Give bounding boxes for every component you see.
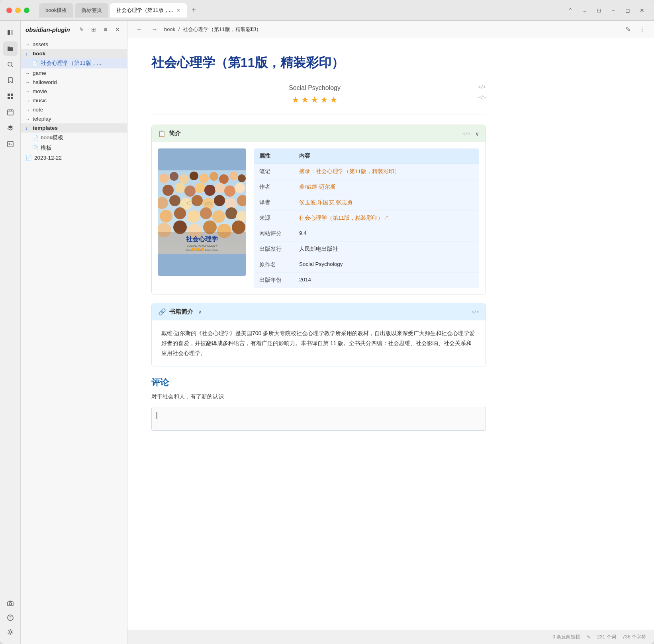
minimize-window-icon[interactable]: － — [608, 5, 619, 16]
book-intro-chevron-icon[interactable]: ∨ — [198, 309, 202, 315]
sort-icon[interactable]: ≡ — [101, 25, 110, 34]
svg-line-3 — [12, 66, 13, 67]
tree-item-teleplay[interactable]: → teleplay — [21, 114, 127, 123]
breadcrumb: book / 社会心理学（第11版，精装彩印） — [164, 26, 618, 33]
grid-icon[interactable] — [3, 89, 18, 103]
tab-close-icon[interactable]: ✕ — [176, 8, 180, 13]
back-button[interactable]: ← — [134, 24, 145, 35]
title-bar-controls: ⌃ ⌄ ⊡ － ◻ ✕ — [565, 5, 648, 16]
table-row: 网站评分 9.4 — [254, 226, 479, 242]
prop-key: 原作名 — [254, 257, 294, 273]
prop-link[interactable]: 侯玉波,乐国安,张志勇 — [299, 199, 352, 205]
table-row: 原作名 Social Psychology — [254, 257, 479, 273]
folder-icon[interactable] — [3, 41, 18, 56]
title-bar: book模板 新标签页 社会心理学（第11版，... ✕ + ⌃ ⌄ ⊡ － ◻… — [0, 0, 654, 21]
folder-arrow-icon: → — [25, 71, 30, 76]
chevron-down-icon[interactable]: ⌄ — [579, 5, 590, 16]
tab-new[interactable]: 新标签页 — [75, 3, 108, 18]
folder-arrow-icon: → — [25, 80, 30, 85]
close-button[interactable] — [6, 8, 12, 13]
close-tree-icon[interactable]: ✕ — [113, 25, 122, 34]
prop-value: 2014 — [294, 273, 479, 288]
chevron-up-icon[interactable]: ⌃ — [565, 5, 576, 16]
folder-open-arrow-icon: ↓ — [25, 126, 30, 131]
camera-icon[interactable] — [3, 596, 18, 611]
sidebar-icons-bottom: ? — [3, 596, 18, 639]
svg-rect-6 — [8, 97, 10, 99]
breadcrumb-separator: / — [178, 26, 180, 32]
svg-point-49 — [212, 210, 225, 223]
maximize-button[interactable] — [24, 8, 29, 13]
tree-item-note[interactable]: → note — [21, 105, 127, 114]
tree-item-template[interactable]: 📄 模板 — [21, 143, 127, 153]
new-tab-button[interactable]: + — [188, 5, 200, 16]
table-header-value: 内容 — [294, 148, 479, 164]
split-view-icon[interactable]: ⊡ — [593, 5, 605, 16]
book-intro-header[interactable]: 🔗 书籍简介 ∨ </> — [152, 303, 486, 320]
prop-link[interactable]: 社会心理学（第11版，精装彩印）↗ — [299, 215, 389, 221]
tree-item-music[interactable]: → music — [21, 96, 127, 105]
edit-icon[interactable]: ✎ — [622, 24, 633, 35]
comment-input-area[interactable] — [151, 407, 486, 431]
more-options-icon[interactable]: ⋮ — [636, 24, 648, 35]
settings-icon[interactable] — [3, 625, 18, 639]
folder-label: game — [33, 70, 122, 76]
calendar-icon[interactable] — [3, 105, 18, 119]
search-icon[interactable] — [3, 57, 18, 72]
backlinks-count: 0 条反向链接 — [552, 634, 580, 640]
tab-book-template[interactable]: book模板 — [39, 3, 73, 18]
book-intro-title-label: 书籍简介 — [169, 308, 193, 316]
tree-item-templates[interactable]: ↓ templates — [21, 123, 127, 133]
close-window-icon[interactable]: ✕ — [636, 5, 648, 16]
doc-subtitle: Social Psychology — [151, 84, 486, 92]
prop-key: 笔记 — [254, 164, 294, 180]
table-row: 出版发行 人民邮电出版社 — [254, 242, 479, 257]
tree-item-halloworld[interactable]: → halloworld — [21, 78, 127, 87]
tree-item-game[interactable]: → game — [21, 68, 127, 78]
restore-window-icon[interactable]: ◻ — [622, 5, 633, 16]
file-icon: 📄 — [25, 155, 32, 161]
svg-point-2 — [8, 62, 12, 66]
folder-label: movie — [33, 88, 122, 94]
new-folder-icon[interactable]: ⊞ — [89, 25, 98, 34]
section-chevron-icon[interactable]: ∨ — [475, 131, 479, 137]
forward-button[interactable]: → — [149, 24, 160, 35]
tree-item-book[interactable]: ↓ book — [21, 49, 127, 58]
info-section: 社会心理学 SOCIAL PSYCHOLOGY Eleventh Edition… — [152, 142, 486, 295]
tree-item-social-psychology[interactable]: 📄 社会心理学（第11版，... — [21, 58, 127, 68]
tree-item-date-file[interactable]: 📄 2023-12-22 — [21, 153, 127, 162]
svg-point-28 — [238, 174, 246, 182]
tab-main-doc[interactable]: 社会心理学（第11版，... ✕ — [110, 3, 186, 18]
tree-item-movie[interactable]: → movie — [21, 87, 127, 96]
subtitle-section: </> Social Psychology </> ★ ★ ★ ★ ★ — [151, 84, 486, 115]
svg-rect-1 — [11, 30, 13, 35]
minimize-button[interactable] — [15, 8, 21, 13]
star-5: ★ — [330, 95, 338, 105]
terminal-icon[interactable] — [3, 137, 18, 151]
section-header-intro[interactable]: 📋 简介 </> ∨ — [152, 125, 486, 142]
prop-link[interactable]: 摘录：社会心理学（第11版，精装彩印） — [299, 168, 400, 174]
svg-rect-5 — [11, 94, 13, 96]
svg-point-23 — [190, 172, 198, 180]
doc-content: 社会心理学（第11版，精装彩印） </> Social Psychology <… — [127, 38, 510, 630]
svg-rect-0 — [8, 30, 10, 35]
prop-link[interactable]: 美/戴维·迈尔斯 — [299, 184, 336, 190]
svg-text:社会心理学: 社会心理学 — [186, 235, 218, 242]
layers-icon[interactable] — [3, 121, 18, 135]
tree-item-book-template[interactable]: 📄 book模板 — [21, 133, 127, 143]
svg-point-15 — [9, 603, 12, 605]
code-tag-subtitle: </> — [478, 84, 486, 90]
folder-label: teleplay — [33, 116, 122, 122]
folder-label: assets — [33, 41, 122, 47]
tab-label: book模板 — [45, 7, 67, 14]
svg-point-35 — [224, 185, 235, 197]
bookmark-icon[interactable] — [3, 73, 18, 88]
file-icon: 📄 — [32, 60, 38, 66]
breadcrumb-root[interactable]: book — [164, 26, 175, 32]
sidebar-toggle-icon[interactable] — [3, 25, 18, 40]
help-icon[interactable]: ? — [3, 611, 18, 625]
file-label: 模板 — [41, 144, 122, 152]
link-icon: 🔗 — [158, 308, 166, 316]
tree-item-assets[interactable]: → assets — [21, 40, 127, 49]
new-note-icon[interactable]: ✎ — [77, 25, 86, 34]
